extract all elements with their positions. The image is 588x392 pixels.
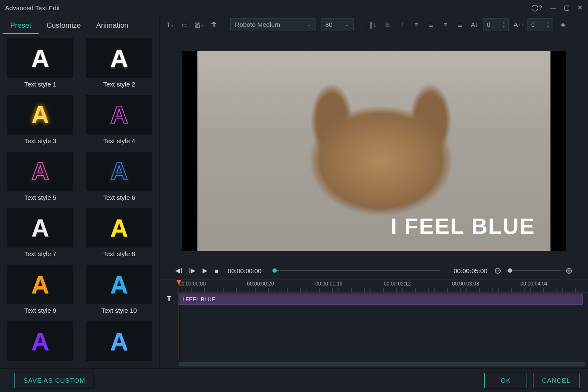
overlay-text[interactable]: I FEEL BLUE <box>391 213 535 239</box>
preset-thumb: A <box>86 38 152 78</box>
step-forward-icon[interactable]: Ⅰ▶ <box>189 267 196 274</box>
tab-preset[interactable]: Preset <box>3 17 39 34</box>
preset-sample-letter: A <box>32 272 49 297</box>
preset-item[interactable]: AText style 3 <box>5 95 75 149</box>
center-anchor-icon[interactable]: ◈ <box>557 19 569 31</box>
preset-item[interactable]: AText style 9 <box>5 265 75 319</box>
preset-item[interactable]: AText style 2 <box>84 38 154 92</box>
delete-icon[interactable]: 🗑 <box>208 19 220 31</box>
align-right-icon[interactable]: ≡ <box>440 19 452 31</box>
tab-animation[interactable]: Animation <box>88 17 136 34</box>
step-back-icon[interactable]: ◀Ⅰ <box>175 267 182 274</box>
ruler-label: 00:00:00:20 <box>247 281 274 287</box>
preset-thumb: A <box>86 265 152 304</box>
left-panel: Preset Customize Animation AText style 1… <box>0 15 160 368</box>
char-spacing-input[interactable]: 0 ▲▼ <box>527 18 553 31</box>
help-icon[interactable]: ◯? <box>531 4 542 12</box>
preset-sample-letter: A <box>32 46 49 71</box>
close-icon[interactable]: ✕ <box>577 4 583 12</box>
timeline-ruler[interactable]: 00:00:00:0000:00:00:2000:00:01:1600:00:0… <box>179 280 588 293</box>
tab-customize[interactable]: Customize <box>39 17 88 34</box>
font-select[interactable]: Roboto Medium ⌄ <box>230 18 316 31</box>
preset-thumb: A <box>86 208 152 248</box>
preset-sample-letter: A <box>110 46 128 71</box>
preset-label: Text style 1 <box>24 78 56 91</box>
cancel-button[interactable]: CANCEL <box>533 373 579 388</box>
zoom-out-icon[interactable]: ⊖ <box>494 266 501 275</box>
preset-label: Text style 10 <box>101 304 137 317</box>
add-text-icon[interactable]: T₊ <box>164 19 176 31</box>
track-head-text-icon: T <box>160 293 179 306</box>
chevron-down-icon: ⌄ <box>307 22 311 28</box>
right-panel: T₊ ▭ ▨₊ 🗑 Roboto Medium ⌄ 80 ⌄ ‖↕ B I ≡ … <box>160 15 588 368</box>
preset-label: Text style 3 <box>24 135 56 148</box>
preset-label: Text style 2 <box>103 78 135 91</box>
playback-controls: ◀Ⅰ Ⅰ▶ ▶ ■ 00:00:00:00 00:00:05:00 ⊖ ⊕ <box>160 262 588 280</box>
text-box-icon[interactable]: ▭ <box>179 19 191 31</box>
line-spacing-icon[interactable]: A↕ <box>469 19 481 31</box>
preset-label: Text style 8 <box>103 248 135 261</box>
font-select-value: Roboto Medium <box>235 21 280 28</box>
ok-button[interactable]: OK <box>484 373 527 388</box>
preset-grid: AText style 1AText style 2AText style 3A… <box>0 34 159 368</box>
preset-item[interactable]: AText style 1 <box>5 38 75 92</box>
preset-label: Text style 4 <box>103 135 135 148</box>
align-center-icon[interactable]: ≣ <box>425 19 437 31</box>
ruler-ticks <box>179 288 588 292</box>
preset-thumb: A <box>86 95 152 135</box>
align-left-icon[interactable]: ≡ <box>411 19 423 31</box>
play-icon[interactable]: ▶ <box>203 267 208 274</box>
preset-item[interactable]: AText style 10 <box>84 265 154 319</box>
preset-label: Text style 5 <box>24 191 56 205</box>
playback-track[interactable] <box>272 270 440 271</box>
left-tabs: Preset Customize Animation <box>0 15 159 34</box>
char-spacing-icon[interactable]: A↔ <box>513 19 525 31</box>
timeline-playhead[interactable] <box>179 280 179 360</box>
text-clip[interactable]: I FEEL BLUE <box>179 294 583 305</box>
bold-button[interactable]: B <box>382 19 394 31</box>
maximize-icon[interactable]: ▢ <box>564 4 570 12</box>
zoom-handle[interactable] <box>508 268 512 273</box>
preset-item[interactable]: AText style 7 <box>5 208 75 262</box>
italic-button[interactable]: I <box>396 19 408 31</box>
preset-sample-letter: A <box>110 159 128 184</box>
ruler-label: 00:00:02:12 <box>384 281 411 287</box>
zoom-in-icon[interactable]: ⊕ <box>565 266 573 275</box>
preview-canvas[interactable]: I FEEL BLUE <box>182 51 566 251</box>
timeline-scrollbar[interactable] <box>179 362 585 366</box>
preset-thumb: A <box>86 321 152 361</box>
font-size-select[interactable]: 80 ⌄ <box>321 18 354 31</box>
scrollbar-thumb[interactable] <box>179 362 585 366</box>
line-spacing-input[interactable]: 0 ▲▼ <box>483 18 509 31</box>
preset-item[interactable]: AText style 4 <box>84 95 154 149</box>
save-as-custom-button[interactable]: SAVE AS CUSTOM <box>14 373 94 388</box>
preset-thumb: A <box>7 152 73 191</box>
ruler-label: 00:00:03:08 <box>452 281 479 287</box>
preset-sample-letter: A <box>32 102 49 127</box>
line-height-icon[interactable]: ‖↕ <box>367 19 379 31</box>
preset-thumb: A <box>7 95 73 135</box>
timeline: 00:00:00:0000:00:00:2000:00:01:1600:00:0… <box>160 280 588 368</box>
preset-item[interactable]: AText style 5 <box>5 152 75 206</box>
preset-item[interactable]: AText style 6 <box>84 152 154 206</box>
clip-label: I FEEL BLUE <box>182 296 215 303</box>
preset-item[interactable]: A <box>84 321 154 368</box>
font-size-value: 80 <box>325 21 333 28</box>
align-justify-icon[interactable]: ≣ <box>454 19 466 31</box>
preset-sample-letter: A <box>110 272 128 297</box>
zoom-slider[interactable] <box>506 270 561 271</box>
footer: SAVE AS CUSTOM OK CANCEL <box>0 368 588 392</box>
stop-icon[interactable]: ■ <box>214 267 218 274</box>
playhead-dot[interactable] <box>272 268 277 273</box>
preset-thumb: A <box>86 152 152 191</box>
preset-item[interactable]: A <box>5 321 75 368</box>
preset-item[interactable]: AText style 8 <box>84 208 154 262</box>
preset-sample-letter: A <box>110 102 128 127</box>
preset-thumb: A <box>7 208 73 248</box>
ruler-label: 00:00:01:16 <box>316 281 342 287</box>
preset-sample-letter: A <box>110 216 128 240</box>
image-add-icon[interactable]: ▨₊ <box>193 19 205 31</box>
window-title: Advanced Text Edit <box>5 4 531 12</box>
minimize-icon[interactable]: — <box>550 4 556 12</box>
preset-sample-letter: A <box>32 329 49 354</box>
